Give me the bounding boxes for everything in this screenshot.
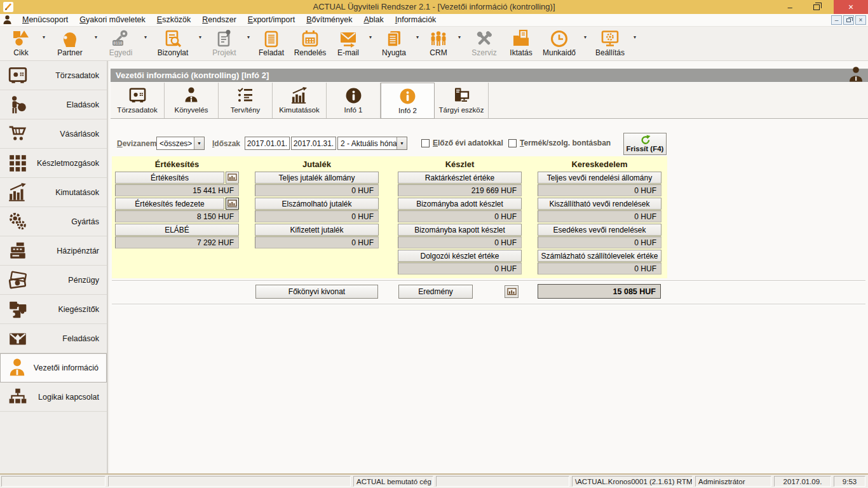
sidebar-item-vezetoi-informacio[interactable]: Vezetői információ xyxy=(0,353,107,383)
tab-info-1[interactable]: Infó 1 xyxy=(327,83,381,118)
statusbar-cell xyxy=(1,476,105,487)
kiszallithato-rendelesek-value: 0 HUF xyxy=(538,210,661,222)
toolbar-item-crm[interactable]: CRM xyxy=(422,27,455,61)
mdi-close-button[interactable]: × xyxy=(855,15,866,25)
sidebar-item-logikai-kapcsolat[interactable]: Logikai kapcsolat xyxy=(0,383,107,412)
sidebar-item-keszletmozgasok[interactable]: Készletmozgások xyxy=(0,149,107,178)
szamlazhato-szallitolevelek-button[interactable]: Számlázható szállítólevelek értéke xyxy=(538,250,661,262)
toolbar-item-beallitas[interactable]: Beállítás xyxy=(590,27,630,61)
checkbox-icon[interactable] xyxy=(508,139,517,147)
prev-year-checkbox[interactable]: Előző évi adatokkal xyxy=(421,139,503,147)
mdi-minimize-button[interactable]: – xyxy=(831,15,842,25)
tab-konyveles[interactable]: Könyvelés xyxy=(165,83,219,118)
kiszallithato-rendelesek-button[interactable]: Kiszállítható vevői rendelések xyxy=(538,198,661,210)
dropdown-caret-icon[interactable]: ▾ xyxy=(581,34,590,40)
kifizetett-jutalek-button[interactable]: Kifizetett jutalék xyxy=(255,224,379,236)
toolbar-item-munkaido[interactable]: Munkaidő xyxy=(538,27,581,61)
toolbar-item-label: Cikk xyxy=(13,48,28,58)
toolbar-item-rendeles[interactable]: Rendelés xyxy=(290,27,330,61)
prev-year-label: Előző évi adatokkal xyxy=(433,139,503,147)
sidebar-item-feladasok[interactable]: Feladások xyxy=(0,324,107,353)
sidebar-item-label: Feladások xyxy=(36,334,107,343)
dropdown-caret-icon[interactable]: ▾ xyxy=(141,34,150,40)
sidebar-item-gyartas[interactable]: Gyártás xyxy=(0,207,107,236)
sidebar-item-label: Házipénztár xyxy=(36,247,107,255)
close-button[interactable]: × xyxy=(834,0,868,14)
menu-informaciok[interactable]: Információk xyxy=(390,14,442,26)
dropdown-caret-icon[interactable]: ▾ xyxy=(630,34,639,40)
dropdown-caret-icon[interactable]: ▾ xyxy=(455,34,464,40)
toolbar-item-nyugta[interactable]: Nyugta xyxy=(375,27,413,61)
bizomanyba-kapott-button[interactable]: Bizományba kapott készlet xyxy=(398,224,522,236)
ledger-button[interactable]: Főkönyvi kivonat xyxy=(255,285,378,299)
sidebar-item-vasarlasok[interactable]: Vásárlások xyxy=(0,119,107,149)
bizomanyba-adott-button[interactable]: Bizományba adott készlet xyxy=(398,198,522,210)
date-to-input[interactable] xyxy=(291,137,336,150)
menu-eszkozok[interactable]: Eszközök xyxy=(151,14,197,26)
sidebar-item-eladasok[interactable]: Eladások xyxy=(0,90,107,119)
toolbar-item-label: Bizonylat xyxy=(158,48,189,58)
esedekes-rendelesek-button[interactable]: Esedékes vevői rendelések xyxy=(538,224,661,236)
combo-arrow-icon[interactable]: ▼ xyxy=(194,137,204,149)
sidebar-item-kiegeszitok[interactable]: Kiegészítők xyxy=(0,295,107,324)
toolbar-item-partner[interactable]: Partner xyxy=(48,27,92,61)
tab-torzsadatok[interactable]: Törzsadatok xyxy=(111,83,165,118)
sidebar-item-kimutatasok[interactable]: Kimutatások xyxy=(0,178,107,207)
toolbar-item-email[interactable]: E-mail xyxy=(330,27,366,61)
toolbar-item-feladat[interactable]: Feladat xyxy=(253,27,290,61)
minimize-button[interactable]: – xyxy=(779,0,801,14)
toolbar-item-cikk[interactable]: Cikk xyxy=(3,27,39,61)
period-label: Időszak xyxy=(212,139,240,148)
teljes-vevoi-rendelesi-button[interactable]: Teljes vevői rendelési állomány xyxy=(538,172,661,184)
menu-menucsoport[interactable]: Menücsoport xyxy=(17,14,74,26)
toolbar-item-label: Szerviz xyxy=(471,48,496,58)
combo-arrow-icon[interactable]: ▼ xyxy=(397,137,407,149)
restore-button[interactable] xyxy=(806,0,827,14)
date-from-input[interactable] xyxy=(245,137,290,150)
product-split-checkbox[interactable]: Termék/szolg. bontásban xyxy=(508,139,611,147)
chart-popup-button[interactable] xyxy=(226,172,239,184)
chart-popup-button[interactable] xyxy=(505,285,519,298)
dropdown-caret-icon[interactable]: ▾ xyxy=(413,34,422,40)
refresh-button[interactable]: Frissít (F4) xyxy=(623,133,667,155)
dropdown-caret-icon[interactable]: ▾ xyxy=(39,34,48,40)
sidebar-item-torzsadatok[interactable]: Törzsadatok xyxy=(0,61,107,90)
raktarkeszlet-button[interactable]: Raktárkészlet értéke xyxy=(398,172,522,184)
statusbar-date: 2017.01.09. xyxy=(774,476,831,487)
dropdown-caret-icon[interactable]: ▾ xyxy=(196,34,205,40)
chart-popup-button[interactable] xyxy=(226,198,239,210)
toolbar-item-iktatas[interactable]: Iktatás xyxy=(505,27,538,61)
sidebar-item-label: Gyártás xyxy=(36,217,107,226)
elszamolhato-jutalek-button[interactable]: Elszámolható jutalék xyxy=(255,198,379,210)
checkbox-icon[interactable] xyxy=(421,139,430,147)
tab-terv-teny[interactable]: Terv/tény xyxy=(219,83,273,118)
dropdown-caret-icon[interactable]: ▾ xyxy=(244,34,253,40)
result-button[interactable]: Eredmény xyxy=(398,285,473,299)
mdi-restore-button[interactable] xyxy=(843,15,854,25)
currency-select[interactable]: <összes> ▼ xyxy=(156,137,205,150)
dropdown-caret-icon[interactable]: ▾ xyxy=(92,34,100,40)
tab-kimutatasok[interactable]: Kimutatások xyxy=(273,83,327,118)
kifizetett-jutalek-value: 0 HUF xyxy=(255,236,379,248)
sidebar-item-penzugy[interactable]: Pénzügy xyxy=(0,266,107,295)
column-title: Jutalék xyxy=(255,159,379,170)
teljes-jutalek-button[interactable]: Teljes jutalék állomány xyxy=(255,172,379,184)
menu-rendszer[interactable]: Rendszer xyxy=(196,14,242,26)
menu-gyakori-muveletek[interactable]: Gyakori műveletek xyxy=(74,14,151,26)
app-window: ACTUAL Ügyviteli Rendszer 2.1 - [Vezetői… xyxy=(0,0,868,488)
toolbar-item-bizonylat[interactable]: Bizonylat xyxy=(150,27,196,61)
tab-info-2[interactable]: Infó 2 xyxy=(381,83,435,119)
sidebar-item-hazipenztar[interactable]: Házipénztár xyxy=(0,236,107,266)
elabe-button[interactable]: ELÁBÉ xyxy=(115,224,239,236)
ertekesites-button[interactable]: Értékesítés xyxy=(115,172,224,184)
menu-export-import[interactable]: Export/import xyxy=(242,14,301,26)
period-preset-select[interactable]: 2 - Aktuális hónap ▼ xyxy=(337,137,407,150)
dolgozoi-keszlet-button[interactable]: Dolgozói készlet értéke xyxy=(398,250,522,262)
cart-icon xyxy=(8,124,28,144)
ertekesites-fedezete-button[interactable]: Értékesítés fedezete xyxy=(115,198,224,210)
menu-bovitmenyek[interactable]: Bővítmények xyxy=(301,14,358,26)
dropdown-caret-icon[interactable]: ▾ xyxy=(366,34,375,40)
menu-ablak[interactable]: Ablak xyxy=(358,14,389,26)
tab-targyi-eszkoz[interactable]: Tárgyi eszköz xyxy=(435,83,489,118)
page-title: Vezetői információ (kontrolling) [Infó 2… xyxy=(116,71,269,80)
